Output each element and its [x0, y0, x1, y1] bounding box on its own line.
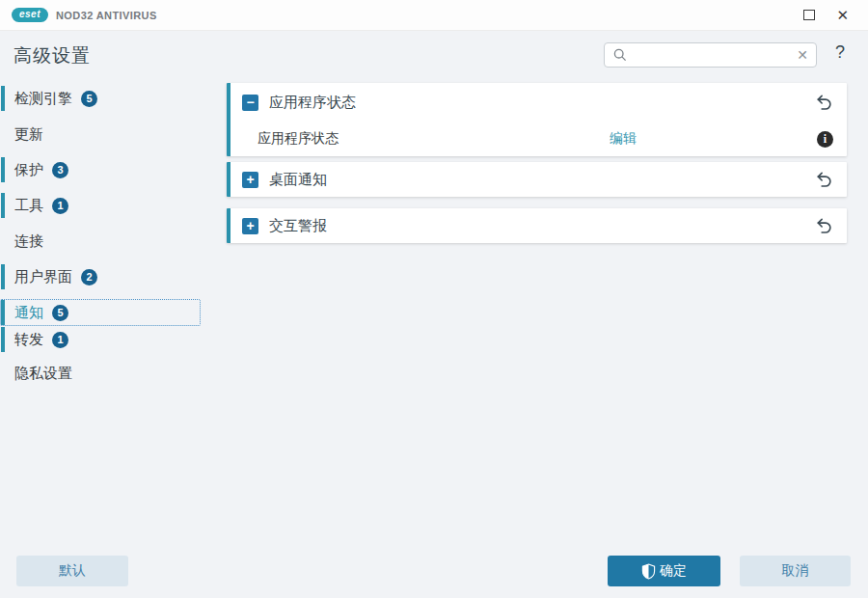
sidebar-item-notifications[interactable]: 通知 5 — [0, 299, 201, 326]
panel-header-application-statuses[interactable]: − 应用程序状态 — [231, 83, 847, 122]
close-icon[interactable]: ✕ — [836, 8, 849, 22]
setting-label: 应用程序状态 — [258, 130, 610, 148]
sidebar-item-user-interface[interactable]: 用户界面 2 — [0, 263, 201, 290]
count-badge: 2 — [81, 269, 97, 285]
panel-title: 桌面通知 — [269, 171, 327, 189]
panel-interactive-alerts: + 交互警报 — [227, 208, 847, 243]
titlebar: eset NOD32 ANTIVIRUS ✕ — [0, 0, 868, 31]
maximize-icon[interactable] — [803, 10, 815, 20]
sidebar-item-detection-engine[interactable]: 检测引擎 5 — [0, 85, 201, 112]
sidebar-item-privacy-settings[interactable]: 隐私设置 — [0, 360, 201, 387]
sidebar-item-label: 保护 — [14, 161, 43, 179]
panel-desktop-notifications: + 桌面通知 — [227, 162, 847, 197]
sidebar-item-label: 转发 — [14, 331, 43, 349]
sidebar-item-forwarding[interactable]: 转发 1 — [0, 326, 201, 353]
ok-button[interactable]: 确定 — [608, 556, 720, 586]
sidebar-item-label: 隐私设置 — [14, 365, 72, 383]
ok-button-label: 确定 — [660, 562, 687, 580]
window-controls: ✕ — [803, 8, 868, 22]
count-badge: 1 — [52, 332, 68, 348]
revert-icon[interactable] — [815, 171, 833, 189]
sidebar-item-tools[interactable]: 工具 1 — [0, 192, 201, 219]
search-icon — [612, 47, 628, 63]
sidebar-item-label: 连接 — [14, 232, 43, 251]
default-button-label: 默认 — [59, 562, 86, 580]
panel-title: 应用程序状态 — [269, 94, 356, 112]
search-input[interactable] — [628, 48, 791, 63]
collapse-icon[interactable]: − — [242, 95, 258, 111]
panel-header-interactive-alerts[interactable]: + 交互警报 — [231, 208, 847, 243]
clear-search-icon[interactable]: ✕ — [791, 48, 808, 62]
eset-settings-window: eset NOD32 ANTIVIRUS ✕ 高级设置 ✕ ? 检测引擎 5 更… — [0, 0, 868, 598]
count-badge: 5 — [81, 91, 97, 107]
count-badge: 1 — [52, 198, 68, 214]
shield-icon — [641, 563, 656, 580]
sidebar-item-label: 通知 — [14, 304, 43, 322]
revert-icon[interactable] — [815, 94, 833, 112]
sidebar-item-protection[interactable]: 保护 3 — [0, 156, 201, 183]
eset-logo: eset — [12, 8, 48, 22]
sidebar-item-label: 工具 — [14, 197, 43, 215]
cancel-button-label: 取消 — [782, 562, 809, 580]
count-badge: 3 — [52, 162, 68, 178]
page-title: 高级设置 — [14, 43, 91, 68]
info-icon[interactable]: i — [817, 131, 833, 148]
sidebar-item-label: 更新 — [14, 125, 43, 144]
sidebar-item-label: 用户界面 — [14, 268, 72, 286]
expand-icon[interactable]: + — [242, 172, 258, 188]
expand-icon[interactable]: + — [242, 218, 258, 234]
sidebar-item-label: 检测引擎 — [14, 90, 72, 108]
sidebar-item-update[interactable]: 更新 — [0, 121, 201, 148]
settings-panels: − 应用程序状态 应用程序状态 编辑 i + 桌面通知 — [227, 83, 847, 249]
panel-application-statuses: − 应用程序状态 应用程序状态 编辑 i — [227, 83, 847, 156]
panel-title: 交互警报 — [269, 217, 327, 235]
search-box[interactable]: ✕ — [604, 42, 817, 68]
help-icon[interactable]: ? — [829, 42, 851, 63]
sidebar-item-connectivity[interactable]: 连接 — [0, 228, 201, 255]
count-badge: 5 — [52, 305, 68, 321]
setting-row-application-statuses: 应用程序状态 编辑 i — [231, 122, 847, 156]
panel-header-desktop-notifications[interactable]: + 桌面通知 — [231, 162, 847, 197]
default-button[interactable]: 默认 — [16, 556, 128, 586]
edit-link[interactable]: 编辑 — [610, 130, 637, 148]
revert-icon[interactable] — [815, 217, 833, 235]
sidebar: 检测引擎 5 更新 保护 3 工具 1 连接 用户界面 2 通知 5 转发 1 — [0, 85, 201, 395]
cancel-button[interactable]: 取消 — [740, 556, 851, 586]
product-name: NOD32 ANTIVIRUS — [56, 10, 157, 21]
